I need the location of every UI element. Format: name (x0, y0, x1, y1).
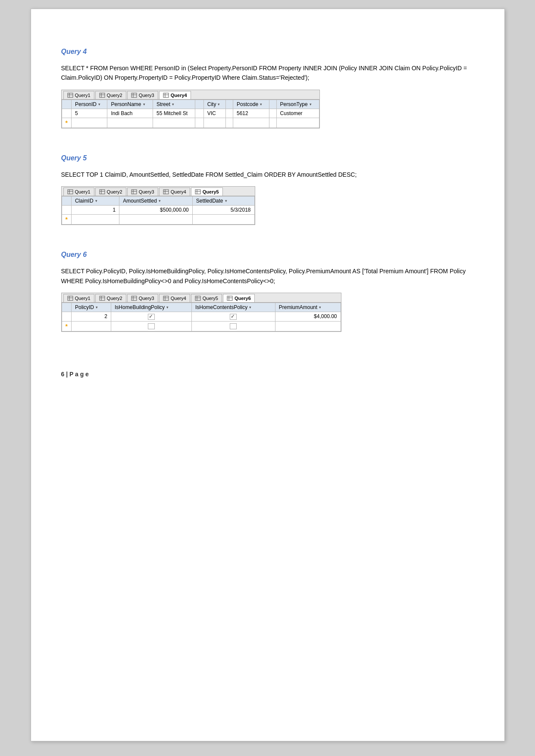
query5-title: Query 5 (61, 154, 474, 162)
query6-sql: SELECT Policy.PolicyID, Policy.IsHomeBui… (61, 266, 474, 286)
table-icon (195, 296, 201, 301)
svg-rect-15 (100, 190, 105, 194)
query5-sql: SELECT TOP 1 ClaimID, AmountSettled, Set… (61, 170, 474, 179)
table-icon (99, 296, 105, 301)
cell-premiumamount: $4,000.00 (275, 312, 341, 321)
query5-tabs: Query1 Query2 Query3 Query4 Query5 (62, 187, 255, 196)
query4-tabs: Query1 Query2 Query3 Query4 (62, 90, 319, 100)
svg-rect-30 (100, 296, 105, 300)
svg-rect-33 (131, 296, 137, 300)
cell-gap2 (226, 109, 233, 118)
svg-rect-3 (100, 93, 105, 97)
col-settleddate[interactable]: SettledDate▾ (192, 197, 254, 206)
cell-amountsettled: $500,000.00 (119, 206, 193, 215)
svg-rect-21 (163, 190, 169, 194)
table-icon (67, 93, 73, 98)
tab-query1[interactable]: Query1 (63, 91, 94, 99)
svg-rect-9 (163, 93, 169, 97)
col-persontype[interactable]: PersonType▾ (276, 100, 319, 109)
q5-tab-query4[interactable]: Query4 (159, 187, 190, 196)
col-city2 (226, 100, 233, 109)
col-blank (62, 100, 71, 109)
svg-rect-6 (131, 93, 137, 97)
page-footer: 6 | P a g e (61, 371, 474, 378)
tab-query3[interactable]: Query3 (127, 91, 158, 99)
q5-tab-query5[interactable]: Query5 (191, 187, 223, 196)
svg-rect-12 (68, 190, 73, 194)
cell-city: VIC (203, 109, 225, 118)
tab-query2-label: Query2 (107, 93, 122, 98)
tab-query4[interactable]: Query4 (159, 91, 191, 99)
table-icon (227, 296, 233, 301)
page: Query 4 SELECT * FROM Person WHERE Perso… (31, 9, 505, 741)
col-blank (62, 303, 71, 312)
query6-table: PolicyID▾ IsHomeBuildingPolicy▾ IsHomeCo… (62, 303, 341, 331)
svg-rect-0 (68, 93, 73, 97)
q5-tab-query1[interactable]: Query1 (63, 187, 94, 196)
q6-tab-query6[interactable]: Query6 (223, 294, 255, 302)
table-row: 2 $4,000.00 (62, 312, 341, 321)
new-row: * (62, 118, 319, 128)
svg-rect-39 (195, 296, 200, 300)
row-selector (62, 206, 71, 215)
q6-tab-query4[interactable]: Query4 (159, 294, 190, 302)
q6-tab-query1[interactable]: Query1 (63, 294, 94, 302)
table-row: 5 Indi Bach 55 Mitchell St VIC 5612 Cust… (62, 109, 319, 118)
col-personname[interactable]: PersonName▾ (107, 100, 153, 109)
col-postcode[interactable]: Postcode▾ (233, 100, 269, 109)
col-policyid[interactable]: PolicyID▾ (71, 303, 111, 312)
table-icon (163, 189, 169, 194)
col-ishomecontentspolicy[interactable]: IsHomeContentsPolicy▾ (191, 303, 275, 312)
query6-result: Query1 Query2 Query3 Query4 Query5 (61, 293, 341, 332)
q6-tab-query3[interactable]: Query3 (127, 294, 158, 302)
checkbox-building (148, 314, 155, 320)
new-row: * (62, 215, 254, 225)
cell-claimid: 1 (71, 206, 119, 215)
col-city-blank (195, 100, 203, 109)
col-personid[interactable]: PersonID▾ (71, 100, 107, 109)
query4-section: Query 4 SELECT * FROM Person WHERE Perso… (61, 48, 474, 141)
star-cell: * (62, 215, 71, 225)
col-claimid[interactable]: ClaimID▾ (71, 197, 119, 206)
svg-rect-24 (195, 190, 200, 194)
svg-rect-27 (68, 296, 73, 300)
table-icon (131, 296, 137, 301)
col-sep (269, 100, 276, 109)
query6-title: Query 6 (61, 251, 474, 259)
query5-result: Query1 Query2 Query3 Query4 Query5 (61, 186, 255, 225)
table-icon (163, 93, 169, 98)
svg-rect-36 (163, 296, 169, 300)
empty-checkbox-building (148, 323, 155, 329)
cell-personid: 5 (71, 109, 107, 118)
table-icon (99, 189, 105, 194)
table-icon (195, 189, 201, 194)
q6-tab-query2[interactable]: Query2 (95, 294, 126, 302)
query5-header-row: ClaimID▾ AmountSettled▾ SettledDate▾ (62, 197, 254, 206)
cell-postcode: 5612 (233, 109, 269, 118)
q6-tab-query5[interactable]: Query5 (191, 294, 222, 302)
col-ishomebuildingpolicy[interactable]: IsHomeBuildingPolicy▾ (111, 303, 192, 312)
svg-rect-18 (131, 190, 137, 194)
tab-query1-label: Query1 (75, 93, 91, 98)
page-number: 6 | P a g e (61, 371, 89, 378)
cell-ishomecontentspolicy (191, 312, 275, 321)
col-blank (62, 197, 71, 206)
col-amountsettled[interactable]: AmountSettled▾ (119, 197, 193, 206)
cell-gap1 (195, 109, 203, 118)
table-icon (131, 189, 137, 194)
tab-query2[interactable]: Query2 (95, 91, 126, 99)
table-icon (163, 296, 169, 301)
table-row: 1 $500,000.00 5/3/2018 (62, 206, 254, 215)
col-premiumamount[interactable]: PremiumAmount▾ (275, 303, 341, 312)
q5-tab-query3[interactable]: Query3 (127, 187, 158, 196)
q5-tab-query2[interactable]: Query2 (95, 187, 126, 196)
col-city[interactable]: City▾ (203, 100, 225, 109)
col-street[interactable]: Street▾ (153, 100, 195, 109)
star-cell: * (62, 118, 71, 128)
table-icon (131, 93, 137, 98)
cell-gap3 (269, 109, 276, 118)
checkbox-contents (230, 314, 237, 320)
cell-street: 55 Mitchell St (153, 109, 195, 118)
query6-header-row: PolicyID▾ IsHomeBuildingPolicy▾ IsHomeCo… (62, 303, 341, 312)
empty-checkbox-contents (230, 323, 237, 329)
